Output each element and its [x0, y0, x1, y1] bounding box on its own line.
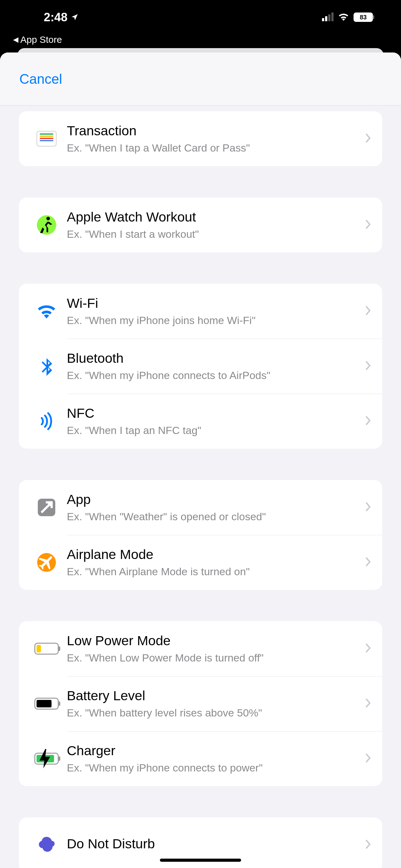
chevron-right-icon — [365, 557, 373, 568]
trigger-item-battery-level[interactable]: Battery Level Ex. "When battery level ri… — [19, 676, 382, 731]
item-title: Airplane Mode — [67, 547, 359, 563]
wifi-icon — [26, 302, 67, 321]
battery-indicator: 83 — [354, 12, 373, 22]
trigger-item-nfc[interactable]: NFC Ex. "When I tap an NFC tag" — [19, 394, 382, 449]
bluetooth-icon — [26, 356, 67, 376]
trigger-item-low-power[interactable]: Low Power Mode Ex. "When Low Power Mode … — [19, 621, 382, 676]
cell-signal-icon — [322, 13, 334, 21]
wifi-status-icon — [338, 12, 349, 22]
item-subtitle: Ex. "When I tap a Wallet Card or Pass" — [67, 141, 359, 155]
status-time: 2:48 — [44, 11, 67, 24]
chevron-right-icon — [365, 220, 373, 230]
content-scroll[interactable]: Transaction Ex. "When I tap a Wallet Car… — [0, 111, 401, 868]
item-title: NFC — [67, 405, 359, 422]
chevron-right-icon — [365, 698, 373, 709]
app-icon — [26, 499, 67, 516]
trigger-group: Transaction Ex. "When I tap a Wallet Car… — [19, 111, 382, 166]
trigger-item-app[interactable]: App Ex. "When "Weather" is opened or clo… — [19, 480, 382, 535]
chevron-right-icon — [365, 416, 373, 427]
trigger-item-bluetooth[interactable]: Bluetooth Ex. "When my iPhone connects t… — [19, 339, 382, 394]
chevron-right-icon — [365, 753, 373, 764]
item-title: Bluetooth — [67, 350, 359, 367]
item-title: Low Power Mode — [67, 633, 359, 649]
trigger-item-charger[interactable]: Charger Ex. "When my iPhone connects to … — [19, 731, 382, 786]
chevron-right-icon — [365, 643, 373, 654]
trigger-item-airplane[interactable]: Airplane Mode Ex. "When Airplane Mode is… — [19, 535, 382, 590]
item-subtitle: Ex. "When my iPhone connects to power" — [67, 761, 359, 775]
home-indicator[interactable] — [160, 859, 241, 862]
battery-percent: 83 — [354, 12, 373, 22]
chevron-right-icon — [365, 133, 373, 144]
item-subtitle: Ex. "When I start a workout" — [67, 227, 359, 241]
item-subtitle: Ex. "When I tap an NFC tag" — [67, 423, 359, 437]
location-icon — [71, 13, 79, 21]
trigger-item-workout[interactable]: Apple Watch Workout Ex. "When I start a … — [19, 197, 382, 252]
chevron-right-icon — [365, 361, 373, 372]
charger-icon — [26, 753, 67, 765]
trigger-group: Wi-Fi Ex. "When my iPhone joins home Wi-… — [19, 284, 382, 449]
item-subtitle: Ex. "When battery level rises above 50%" — [67, 706, 359, 720]
low-power-icon — [26, 643, 67, 655]
cancel-button[interactable]: Cancel — [20, 71, 62, 87]
item-title: Do Not Disturb — [67, 836, 359, 852]
svg-point-0 — [46, 217, 49, 220]
back-chevron-icon: ◀ — [13, 36, 19, 44]
trigger-item-transaction[interactable]: Transaction Ex. "When I tap a Wallet Car… — [19, 111, 382, 166]
trigger-group: Apple Watch Workout Ex. "When I start a … — [19, 197, 382, 252]
status-left: 2:48 — [19, 11, 79, 24]
back-app-label: App Store — [20, 34, 62, 45]
item-title: Charger — [67, 743, 359, 759]
item-title: App — [67, 492, 359, 508]
item-title: Battery Level — [67, 688, 359, 704]
item-subtitle: Ex. "When Airplane Mode is turned on" — [67, 565, 359, 578]
item-title: Wi-Fi — [67, 295, 359, 312]
trigger-group: App Ex. "When "Weather" is opened or clo… — [19, 480, 382, 590]
status-right: 83 — [322, 12, 382, 22]
back-to-app-bar[interactable]: ◀ App Store — [0, 34, 401, 49]
nfc-icon — [26, 411, 67, 431]
item-title: Apple Watch Workout — [67, 209, 359, 225]
trigger-group: Low Power Mode Ex. "When Low Power Mode … — [19, 621, 382, 786]
workout-icon — [26, 215, 67, 235]
sheet-header: Cancel — [0, 53, 401, 105]
chevron-right-icon — [365, 840, 373, 850]
item-subtitle: Ex. "When "Weather" is opened or closed" — [67, 509, 359, 523]
item-title: Transaction — [67, 123, 359, 139]
chevron-right-icon — [365, 502, 373, 513]
modal-sheet: Cancel Transaction Ex. "When I tap a Wal… — [0, 53, 401, 868]
item-subtitle: Ex. "When my iPhone connects to AirPods" — [67, 368, 359, 382]
status-bar: 2:48 83 — [0, 0, 401, 34]
battery-level-icon — [26, 698, 67, 710]
item-subtitle: Ex. "When my iPhone joins home Wi-Fi" — [67, 313, 359, 327]
wallet-icon — [26, 131, 67, 147]
airplane-icon — [26, 553, 67, 572]
chevron-right-icon — [365, 306, 373, 316]
item-subtitle: Ex. "When Low Power Mode is turned off" — [67, 651, 359, 664]
trigger-item-wifi[interactable]: Wi-Fi Ex. "When my iPhone joins home Wi-… — [19, 284, 382, 339]
dnd-icon — [26, 835, 67, 855]
